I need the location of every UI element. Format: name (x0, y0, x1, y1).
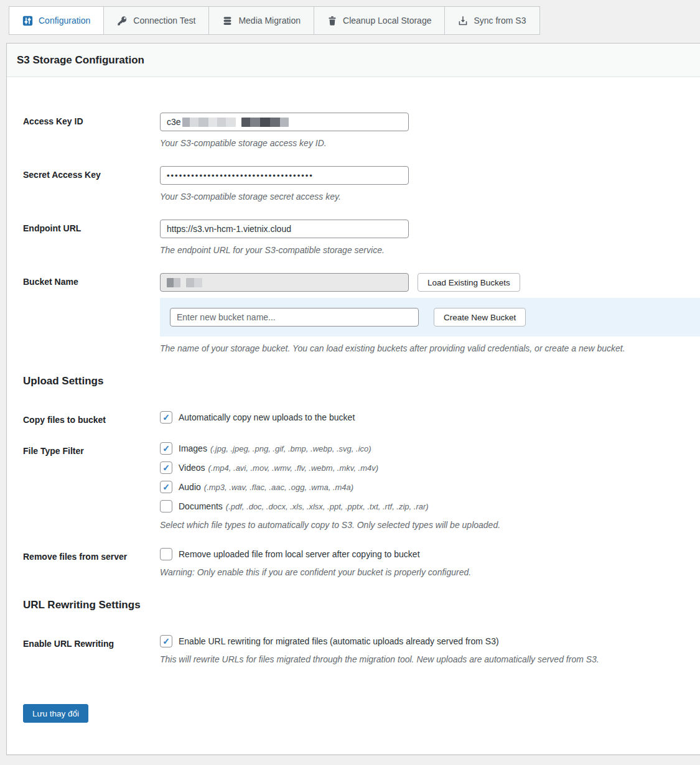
secret-key-masked-value: •••••••••••••••••••••••••••••••••••• (167, 171, 314, 180)
file-type-filter-description: Select which file types to automatically… (160, 519, 700, 531)
load-existing-buckets-button[interactable]: Load Existing Buckets (418, 273, 520, 292)
url-rewriting-heading: URL Rewriting Settings (23, 599, 700, 611)
file-type-filter-row: File Type Filter Images(.jpg, .jpeg, .pn… (23, 442, 700, 531)
secret-key-description: Your S3-compatible storage secret access… (160, 191, 700, 202)
tab-bar: Configuration Connection Test Media Migr… (0, 0, 700, 35)
url-rewriting-description: This will rewrite URLs for files migrate… (160, 654, 700, 665)
redaction-blur (241, 118, 289, 127)
documents-extensions: (.pdf, .doc, .docx, .xls, .xlsx, .ppt, .… (226, 502, 429, 511)
remove-files-checkbox[interactable] (160, 548, 172, 560)
bucket-name-input[interactable] (160, 273, 409, 292)
redaction-blur (182, 118, 236, 127)
settings-icon (22, 16, 33, 26)
remove-files-checkbox-row[interactable]: Remove uploaded file from local server a… (160, 548, 700, 560)
copy-files-label: Copy files to bucket (23, 411, 160, 425)
tab-label: Cleanup Local Storage (343, 16, 431, 26)
images-label: Images(.jpg, .jpeg, .png, .gif, .bmp, .w… (179, 443, 371, 453)
bucket-label: Bucket Name (23, 273, 160, 354)
remove-files-warning: Warning: Only enable this if you are con… (160, 567, 700, 578)
endpoint-label: Endpoint URL (23, 220, 160, 256)
secret-key-label: Secret Access Key (23, 166, 160, 202)
videos-extensions: (.mp4, .avi, .mov, .wmv, .flv, .webm, .m… (208, 463, 379, 473)
save-button[interactable]: Lưu thay đổi (23, 704, 88, 723)
panel-body: Access Key ID c3e Your S3-compatible sto… (7, 77, 700, 753)
key-icon (117, 16, 128, 26)
redaction-blur (167, 278, 180, 287)
audio-checkbox[interactable] (160, 481, 172, 493)
enable-url-rewriting-row: Enable URL Rewriting Enable URL rewritin… (23, 635, 700, 665)
documents-checkbox[interactable] (160, 500, 172, 512)
filetype-documents-row[interactable]: Documents(.pdf, .doc, .docx, .xls, .xlsx… (160, 500, 700, 512)
filetype-audio-row[interactable]: Audio(.mp3, .wav, .flac, .aac, .ogg, .wm… (160, 481, 700, 493)
tab-cleanup-local-storage[interactable]: Cleanup Local Storage (314, 6, 445, 35)
copy-files-checkbox-row[interactable]: Automatically copy new uploads to the bu… (160, 411, 700, 424)
new-bucket-name-input[interactable] (170, 308, 419, 327)
bucket-row: Bucket Name Load Existing Buckets Create… (23, 273, 700, 354)
database-icon (222, 16, 233, 26)
audio-extensions: (.mp3, .wav, .flac, .aac, .ogg, .wma, .m… (204, 483, 353, 492)
videos-checkbox[interactable] (160, 461, 172, 474)
endpoint-description: The endpoint URL for your S3-compatible … (160, 244, 700, 256)
audio-label: Audio(.mp3, .wav, .flac, .aac, .ogg, .wm… (179, 482, 353, 492)
access-key-description: Your S3-compatible storage access key ID… (160, 137, 700, 149)
create-new-bucket-button[interactable]: Create New Bucket (434, 308, 526, 327)
remove-files-label: Remove files from server (23, 548, 160, 578)
settings-panel: S3 Storage Configuration Access Key ID c… (6, 43, 700, 755)
upload-settings-heading: Upload Settings (23, 375, 700, 387)
videos-label: Videos(.mp4, .avi, .mov, .wmv, .flv, .we… (179, 463, 378, 473)
access-key-input[interactable]: c3e (160, 113, 409, 131)
tab-configuration[interactable]: Configuration (9, 6, 104, 35)
tab-connection-test[interactable]: Connection Test (103, 6, 209, 35)
enable-url-rewriting-checkbox-label: Enable URL rewriting for migrated files … (179, 636, 499, 646)
copy-files-checkbox-label: Automatically copy new uploads to the bu… (179, 412, 355, 422)
access-key-visible-text: c3e (167, 117, 181, 127)
tab-label: Connection Test (133, 16, 195, 26)
copy-files-row: Copy files to bucket Automatically copy … (23, 411, 700, 425)
bucket-description: The name of your storage bucket. You can… (160, 343, 700, 354)
enable-url-rewriting-checkbox[interactable] (160, 635, 172, 647)
tab-label: Sync from S3 (474, 16, 526, 26)
images-extensions: (.jpg, .jpeg, .png, .gif, .bmp, .webp, .… (210, 444, 371, 453)
filetype-videos-row[interactable]: Videos(.mp4, .avi, .mov, .wmv, .flv, .we… (160, 461, 700, 474)
download-icon (458, 16, 468, 26)
tab-label: Media Migration (238, 16, 301, 26)
panel-header: S3 Storage Configuration (7, 44, 700, 77)
remove-files-row: Remove files from server Remove uploaded… (23, 548, 700, 578)
enable-url-rewriting-label: Enable URL Rewriting (23, 635, 160, 665)
file-type-filter-label: File Type Filter (23, 442, 160, 531)
enable-url-rewriting-checkbox-row[interactable]: Enable URL rewriting for migrated files … (160, 635, 700, 647)
tab-media-migration[interactable]: Media Migration (208, 6, 314, 35)
secret-key-input[interactable]: •••••••••••••••••••••••••••••••••••• (160, 166, 409, 185)
endpoint-input[interactable] (160, 220, 409, 238)
tab-label: Configuration (39, 16, 90, 26)
panel-title: S3 Storage Configuration (17, 53, 694, 67)
documents-label: Documents(.pdf, .doc, .docx, .xls, .xlsx… (179, 501, 429, 511)
remove-files-checkbox-label: Remove uploaded file from local server a… (179, 549, 420, 559)
endpoint-row: Endpoint URL The endpoint URL for your S… (23, 220, 700, 256)
tab-sync-from-s3[interactable]: Sync from S3 (444, 6, 539, 35)
access-key-row: Access Key ID c3e Your S3-compatible sto… (23, 113, 700, 149)
trash-icon (327, 16, 337, 26)
redaction-blur (186, 278, 202, 287)
copy-files-checkbox[interactable] (160, 411, 172, 424)
access-key-label: Access Key ID (23, 113, 160, 149)
images-checkbox[interactable] (160, 442, 172, 455)
filetype-images-row[interactable]: Images(.jpg, .jpeg, .png, .gif, .bmp, .w… (160, 442, 700, 455)
secret-key-row: Secret Access Key ••••••••••••••••••••••… (23, 166, 700, 202)
new-bucket-panel: Create New Bucket (160, 298, 700, 336)
